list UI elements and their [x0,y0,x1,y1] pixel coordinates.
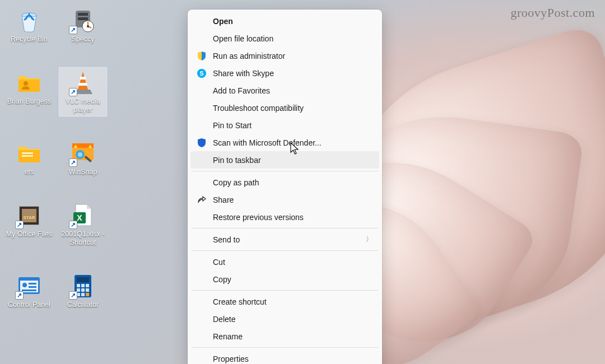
menu-item-label: Properties [213,354,249,363]
menu-item-label: Open file location [213,34,273,43]
svg-rect-40 [81,293,85,296]
svg-rect-41 [86,293,89,296]
context-menu: OpenOpen file locationRun as administrat… [188,10,382,364]
menu-separator [192,250,378,251]
svg-text:STAR: STAR [23,215,35,220]
menu-separator [192,347,378,348]
menu-item-share-skype[interactable]: SShare with Skype [190,64,379,82]
menu-item-pin-start[interactable]: Pin to Start [190,116,379,134]
icon-calculator[interactable]: ↗ Calculator [58,270,108,312]
menu-item-label: Cut [213,258,225,267]
share-icon [196,194,207,206]
menu-separator [192,171,378,171]
shortcut-overlay-icon: ↗ [69,158,77,167]
shortcut-overlay-icon: ↗ [69,221,77,229]
icon-label: VLC media player [59,97,106,115]
menu-item-rename[interactable]: Rename [190,328,379,345]
skype-icon: S [196,68,207,79]
menu-item-share[interactable]: Share [190,191,379,208]
folder-icon [16,139,43,166]
icon-winsnap[interactable]: ↗ WinSnap [58,137,108,179]
excel-file-icon: X ↗ [69,202,96,228]
shortcut-overlay-icon: ↗ [15,291,24,300]
office-folder-icon: STAR ↗ [16,202,43,228]
svg-rect-3 [78,13,88,16]
desktop-icons-grid: Recycle Bin ↗ Speccy [4,4,109,311]
menu-item-label: Send to [213,235,240,244]
winsnap-icon: ↗ [69,139,96,166]
icon-label: My Office Files [6,230,52,239]
menu-item-copy-path[interactable]: Copy as path [190,174,379,191]
menu-item-label: Create shortcut [213,297,267,306]
icon-my-office-files[interactable]: STAR ↗ My Office Files [4,199,54,250]
menu-item-add-favorites[interactable]: Add to Favorites [190,82,379,99]
control-panel-icon: ↗ [16,272,43,299]
menu-item-label: Pin to Start [213,121,252,130]
svg-point-27 [22,283,27,287]
menu-item-pin-taskbar[interactable]: Pin to taskbar [190,151,379,169]
menu-item-label: Run as administrator [213,52,285,60]
menu-item-open-file-location[interactable]: Open file location [190,30,379,47]
svg-rect-8 [80,77,86,80]
menu-item-copy[interactable]: Copy [190,270,379,288]
svg-rect-30 [22,290,36,291]
menu-item-label: Scan with Microsoft Defender... [213,138,322,147]
menu-item-open[interactable]: Open [190,12,379,30]
menu-item-properties[interactable]: Properties [190,350,379,364]
icon-efs[interactable]: efs [4,137,54,179]
menu-item-create-shortcut[interactable]: Create shortcut [190,293,379,310]
menu-item-label: Pin to taskbar [213,156,261,165]
menu-item-label: Troubleshoot compatibility [213,104,304,113]
desktop[interactable]: groovyPost.com Recycle Bin [0,0,605,364]
menu-item-label: Copy as path [213,178,259,187]
svg-rect-9 [79,83,87,86]
menu-item-cut[interactable]: Cut [190,253,379,270]
svg-rect-38 [86,288,89,292]
menu-item-label: Restore previous versions [213,213,304,222]
svg-rect-28 [29,283,36,284]
menu-item-run-as-admin[interactable]: Run as administrator [190,47,379,64]
svg-rect-34 [81,284,85,287]
icon-recycle-bin[interactable]: Recycle Bin [4,4,54,46]
svg-rect-33 [77,284,80,287]
menu-item-label: Share with Skype [213,69,274,78]
svg-point-6 [87,25,89,27]
svg-text:S: S [199,70,203,77]
menu-item-label: Share [213,195,234,204]
shortcut-overlay-icon: ↗ [69,291,77,300]
icon-brian-burgess[interactable]: Brian Burgess [4,67,54,117]
icon-speccy[interactable]: ↗ Speccy [58,4,108,46]
menu-item-scan-defender[interactable]: Scan with Microsoft Defender... [190,134,379,151]
watermark-text: groovyPost.com [510,6,595,20]
icon-label: WinSnap [69,168,97,177]
menu-item-restore-versions[interactable]: Restore previous versions [190,208,379,226]
defender-icon [196,137,207,148]
icon-label: 2001Q1.xlsx - Shortcut [59,230,106,248]
user-folder-icon [16,69,43,96]
svg-rect-35 [86,284,89,287]
menu-item-troubleshoot[interactable]: Troubleshoot compatibility [190,99,379,116]
menu-separator [192,228,378,228]
menu-item-send-to[interactable]: Send to〉 [190,231,379,248]
icon-control-panel[interactable]: ↗ Control Panel [4,270,54,312]
icon-excel-shortcut[interactable]: X ↗ 2001Q1.xlsx - Shortcut [58,199,108,250]
svg-text:X: X [77,213,82,222]
icon-label: Brian Burgess [7,97,52,106]
menu-item-delete[interactable]: Delete [190,310,379,328]
menu-item-label: Delete [213,315,235,324]
shortcut-overlay-icon: ↗ [15,221,24,229]
shortcut-overlay-icon: ↗ [69,26,77,34]
svg-rect-11 [22,155,33,157]
svg-rect-29 [29,286,36,288]
vlc-icon: ↗ [69,69,96,96]
chevron-right-icon: 〉 [366,235,373,244]
icon-vlc[interactable]: ↗ VLC media player [58,67,108,117]
menu-item-label: Rename [213,332,243,341]
svg-rect-36 [77,288,80,292]
menu-separator [192,290,378,291]
svg-rect-37 [81,288,85,292]
shield-uac-icon [196,50,207,62]
menu-item-label: Open [213,17,233,26]
icon-label: efs [25,168,34,177]
speccy-icon: ↗ [69,7,96,34]
